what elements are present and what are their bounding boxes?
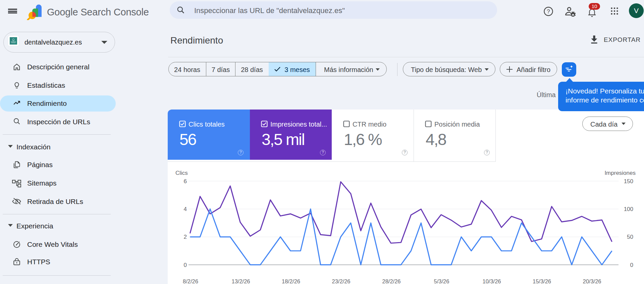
svg-text:8/2/26: 8/2/26 (183, 278, 198, 284)
svg-text:5/3/26: 5/3/26 (434, 278, 449, 284)
svg-text:6: 6 (184, 178, 187, 185)
svg-text:4: 4 (184, 206, 187, 212)
svg-text:23/2/26: 23/2/26 (332, 278, 350, 284)
svg-text:10/3/26: 10/3/26 (482, 278, 501, 284)
svg-text:150: 150 (624, 178, 633, 185)
svg-text:15/3/26: 15/3/26 (533, 278, 551, 284)
svg-text:2: 2 (184, 234, 187, 240)
svg-text:Impresiones: Impresiones (604, 170, 636, 176)
svg-text:20/3/26: 20/3/26 (583, 278, 601, 284)
svg-text:?: ? (547, 8, 550, 15)
svg-text:Clics: Clics (175, 170, 188, 176)
svg-text:0: 0 (630, 262, 633, 268)
svg-text:28/2/26: 28/2/26 (382, 278, 400, 284)
svg-text:13/2/26: 13/2/26 (231, 278, 250, 284)
svg-text:100: 100 (624, 206, 633, 212)
svg-text:0: 0 (184, 262, 187, 268)
svg-text:18/2/26: 18/2/26 (282, 278, 300, 284)
svg-text:50: 50 (627, 234, 633, 240)
